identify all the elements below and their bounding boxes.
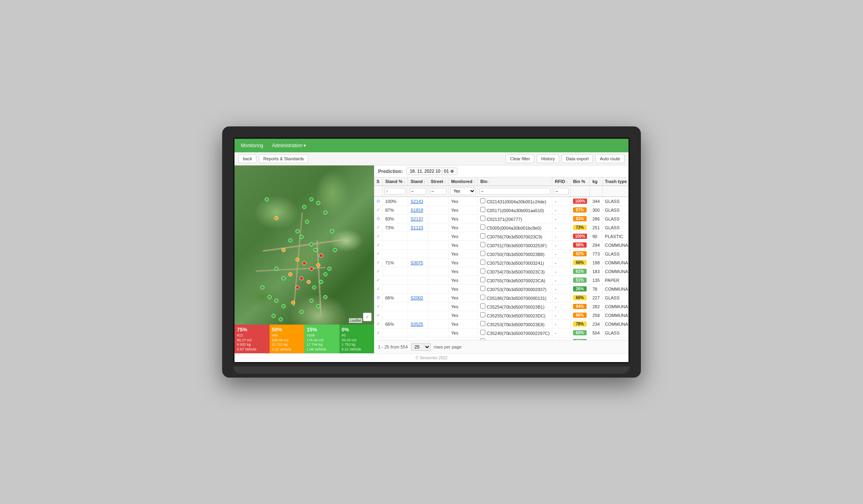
map-marker-orange[interactable]: [274, 216, 278, 220]
filter-monitored-select[interactable]: YesNoAll: [450, 187, 476, 195]
map-marker-green[interactable]: [260, 285, 264, 289]
table-row[interactable]: ✓ 71% S3075 Yes C30752(70b3d50070003241)…: [374, 258, 629, 267]
filter-street-input[interactable]: [430, 188, 447, 195]
map-marker-green[interactable]: [282, 304, 286, 308]
th-stand[interactable]: Stand: [408, 177, 428, 186]
map-marker-green[interactable]: [330, 229, 334, 233]
map-marker-green[interactable]: [305, 220, 309, 224]
map-marker-green[interactable]: [299, 310, 303, 314]
map-marker-green[interactable]: [323, 295, 327, 299]
bin-checkbox[interactable]: [480, 286, 485, 291]
data-table-wrapper[interactable]: S Stand % Stand Street Monitored Bin RFI…: [374, 177, 629, 340]
map-marker-orange[interactable]: [316, 263, 320, 267]
th-bin[interactable]: Bin: [478, 177, 552, 186]
bin-checkbox[interactable]: [480, 207, 485, 212]
map-marker-red[interactable]: [302, 261, 306, 265]
th-street[interactable]: Street: [428, 177, 449, 186]
table-row[interactable]: ✓ Yes C30750(70b3d500700023B8) - 92% 773…: [374, 250, 629, 258]
bin-checkbox[interactable]: [480, 268, 485, 274]
map-marker-green[interactable]: [309, 242, 313, 246]
map-marker-green[interactable]: [299, 235, 303, 239]
map-marker-green[interactable]: [272, 314, 276, 318]
bin-checkbox[interactable]: [480, 198, 485, 203]
table-row[interactable]: ✓ Yes C35254(70b3d500700023B1) - 94% 282…: [374, 302, 629, 311]
th-monitored[interactable]: Monitored: [449, 177, 478, 186]
table-row[interactable]: ⊙ 100% S2143 Yes C021431(0004a30b001c24d…: [374, 197, 629, 206]
map-marker-red[interactable]: [309, 267, 313, 271]
bin-checkbox[interactable]: [480, 330, 485, 335]
map-marker-red[interactable]: [299, 276, 303, 280]
table-row[interactable]: ✓ 87% S1819 Yes C05171(0004a30b001aa510)…: [374, 206, 629, 215]
table-row[interactable]: ✓ Yes C35240(70b3d500700002297C) - 60% 5…: [374, 329, 629, 337]
map-marker-green[interactable]: [296, 229, 299, 233]
stand-link[interactable]: S3525: [410, 322, 423, 327]
th-trash-type[interactable]: Trash type: [602, 177, 629, 186]
map-marker-green[interactable]: [288, 238, 292, 242]
map-marker-green[interactable]: [302, 205, 306, 209]
map-marker-orange[interactable]: [288, 272, 292, 276]
map-marker-orange[interactable]: [291, 301, 295, 305]
back-button[interactable]: back: [238, 154, 256, 163]
map-marker-green[interactable]: [313, 248, 317, 252]
bin-checkbox[interactable]: [480, 260, 485, 265]
th-rfid[interactable]: RFID: [552, 177, 571, 186]
table-row[interactable]: ✓ Yes C35251(70b3d50070003180) - 60% 159…: [374, 337, 629, 341]
auto-route-button[interactable]: Auto route: [595, 154, 625, 163]
filter-bin-input[interactable]: [479, 188, 550, 195]
filter-stand-input[interactable]: [410, 188, 426, 195]
bin-checkbox[interactable]: [480, 295, 485, 300]
table-row[interactable]: ✓ 66% S3525 Yes C35253(70b3d500700023E8)…: [374, 320, 629, 329]
bin-checkbox[interactable]: [480, 312, 485, 317]
map-marker-green[interactable]: [319, 280, 323, 284]
stand-link[interactable]: S2002: [410, 295, 423, 300]
filter-rfid-input[interactable]: [554, 188, 569, 195]
data-export-button[interactable]: Data export: [562, 154, 593, 163]
table-row[interactable]: ✓ Yes C30756(70b3d50070023C9) - 100% 90 …: [374, 232, 629, 241]
bin-checkbox[interactable]: [480, 277, 485, 282]
history-button[interactable]: History: [537, 154, 559, 163]
bin-checkbox[interactable]: [480, 216, 485, 221]
map-marker-green[interactable]: [268, 295, 272, 299]
map-marker-green[interactable]: [312, 285, 316, 289]
bin-checkbox[interactable]: [480, 224, 485, 230]
bin-checkbox[interactable]: [480, 321, 485, 326]
map-marker-green[interactable]: [323, 272, 327, 276]
table-row[interactable]: ⊙ 66% S2002 Yes C05186(70b3d500700000131…: [374, 293, 629, 302]
map-marker-green[interactable]: [282, 276, 286, 280]
reports-button[interactable]: Reports & Standards: [259, 154, 308, 163]
clear-filter-button[interactable]: Clear filter: [506, 154, 534, 163]
table-row[interactable]: ⊙ 83% S2137 Yes C021371(206777) - 83% 28…: [374, 215, 629, 223]
map-marker-green[interactable]: [279, 317, 283, 321]
map-marker-green[interactable]: [274, 267, 278, 271]
table-row[interactable]: ✓ Yes C30755(70b3d500700023CA) - 51% 135…: [374, 276, 629, 285]
table-row[interactable]: ✓ Yes C30753(70b3d500700002937) - 26% 78…: [374, 285, 629, 293]
map-marker-green[interactable]: [309, 299, 313, 303]
bin-checkbox[interactable]: [480, 303, 485, 309]
map-marker-green[interactable]: [265, 197, 269, 201]
map-marker-green[interactable]: [333, 248, 337, 252]
rows-per-page-select[interactable]: 2550100: [411, 343, 431, 351]
nav-monitoring[interactable]: Monitoring: [239, 142, 265, 149]
map-marker-orange[interactable]: [307, 280, 311, 284]
map-marker-green[interactable]: [309, 197, 313, 201]
map-marker-orange[interactable]: [282, 248, 286, 252]
table-row[interactable]: ✓ Yes C30751(70b3d50070003253F) - 98% 29…: [374, 241, 629, 250]
map-marker-red[interactable]: [319, 254, 323, 258]
stand-link[interactable]: S2143: [410, 199, 423, 204]
table-row[interactable]: ✓ Yes C35255(70b3d500700023DC) - 86% 258…: [374, 311, 629, 320]
bin-checkbox[interactable]: [480, 251, 485, 256]
map-marker-red[interactable]: [296, 285, 299, 289]
bin-checkbox[interactable]: [480, 233, 485, 238]
map-marker-green[interactable]: [316, 201, 320, 205]
nav-administration[interactable]: Administration ▾: [270, 142, 307, 149]
table-row[interactable]: ✓ Yes C30754(70b3d500700023C3) - 61% 183…: [374, 267, 629, 276]
th-stand-pct[interactable]: Stand %: [383, 177, 408, 186]
map-marker-green[interactable]: [327, 267, 331, 271]
stand-link[interactable]: S1123: [410, 225, 423, 230]
stand-link[interactable]: S1819: [410, 208, 423, 213]
map-marker-green[interactable]: [323, 211, 327, 215]
filter-stand-pct-input[interactable]: [384, 188, 406, 195]
map-marker-orange[interactable]: [296, 258, 299, 262]
table-row[interactable]: ✓ 73% S1123 Yes C5005(0004a30b001bc8e0) …: [374, 223, 629, 232]
map-marker-green[interactable]: [274, 299, 278, 303]
